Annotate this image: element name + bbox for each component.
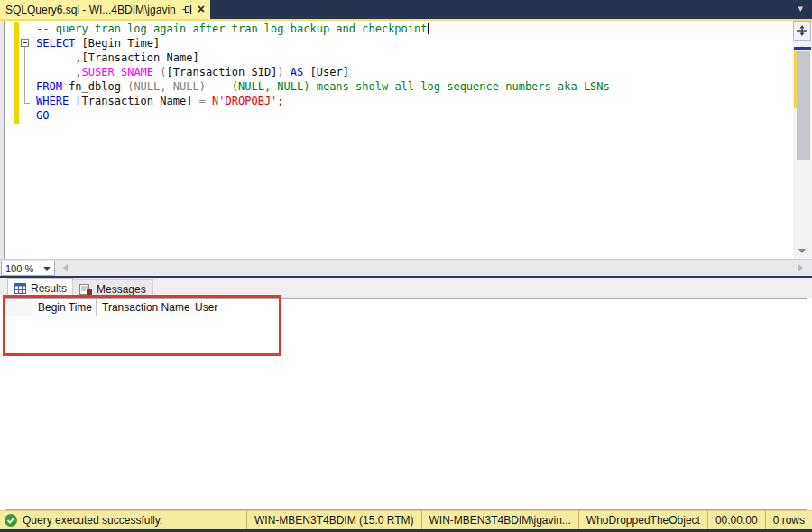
code-line: WHERE [Transaction Name] = N'DROPOBJ'; (36, 94, 610, 108)
close-icon[interactable]: × (198, 5, 205, 14)
caret-position-marker (794, 47, 811, 50)
scroll-down-icon[interactable] (798, 249, 806, 253)
code-line: ,SUSER_SNAME ([Transaction SID]) AS [Use… (36, 65, 610, 79)
status-segments: WIN-MBEN3T4BDIM (15.0 RTM)WIN-MBEN3T4BDI… (246, 511, 812, 529)
messages-icon (79, 284, 92, 295)
split-editor-button[interactable] (793, 21, 811, 41)
tab-list-chevron-icon[interactable]: ▾ (798, 3, 803, 14)
status-segment: 00:00:00 (707, 511, 765, 529)
code-line: FROM fn_dblog (NULL, NULL) -- (NULL, NUL… (36, 79, 610, 94)
pin-icon[interactable] (182, 5, 192, 14)
status-segment: WIN-MBEN3T4BDIM (15.0 RTM) (246, 511, 420, 529)
document-tab-title: SQLQuery6.sql - WI...4BDIM\jgavin (54))* (5, 4, 177, 16)
outline-guide-end (24, 103, 30, 104)
indicator-margin (0, 21, 5, 259)
success-check-icon (5, 514, 17, 527)
document-tab-strip: SQLQuery6.sql - WI...4BDIM\jgavin (54))*… (0, 0, 812, 19)
outline-guide (24, 47, 25, 103)
red-annotation-rectangle (3, 295, 281, 356)
text-caret (428, 23, 429, 34)
code-line: SELECT [Begin Time] (36, 36, 610, 50)
fold-collapse-icon[interactable] (21, 39, 29, 47)
vertical-scrollbar[interactable] (793, 41, 812, 259)
status-bar: Query executed successfully. WIN-MBEN3T4… (0, 510, 812, 529)
status-segment: 0 rows (765, 511, 812, 529)
vertical-scrollbar-thumb[interactable] (797, 51, 810, 160)
results-grid-icon (14, 283, 26, 294)
editor-zoom-select[interactable]: 100 % (1, 261, 55, 276)
status-segment: WIN-MBEN3T4BDIM\jgavin... (421, 511, 578, 529)
code-line: GO (36, 108, 610, 123)
scroll-left-icon[interactable] (63, 264, 68, 271)
horizontal-scrollbar[interactable]: 100 % (0, 259, 812, 276)
ssms-window: SQLQuery6.sql - WI...4BDIM\jgavin (54))*… (0, 0, 812, 532)
sql-editor[interactable]: -- query tran log again after tran log b… (0, 21, 793, 259)
scroll-right-icon[interactable] (798, 264, 803, 271)
code-line: -- query tran log again after tran log b… (36, 22, 610, 36)
status-segment: WhoDroppedTheObject (578, 511, 707, 529)
code-line: ,[Transaction Name] (36, 50, 610, 65)
document-tab[interactable]: SQLQuery6.sql - WI...4BDIM\jgavin (54))*… (0, 0, 210, 19)
code-lines: -- query tran log again after tran log b… (36, 22, 610, 123)
tab-results-label: Results (31, 282, 67, 295)
zoom-level-value: 100 % (5, 263, 40, 274)
change-tracking-bar (14, 22, 19, 124)
tab-messages-label: Messages (97, 283, 146, 296)
status-message: Query executed successfully. (23, 514, 162, 527)
zoom-dropdown-icon (43, 267, 51, 271)
